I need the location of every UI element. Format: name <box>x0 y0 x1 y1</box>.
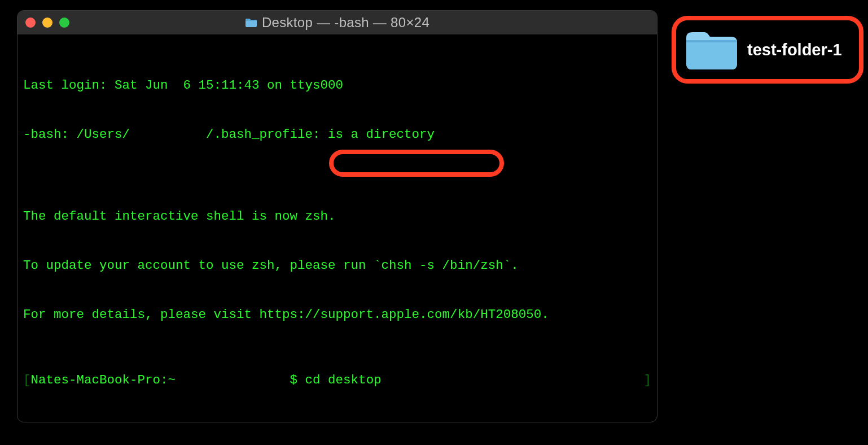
terminal-line: The default interactive shell is now zsh… <box>23 208 651 225</box>
window-title-text: Desktop — -bash — 80×24 <box>262 15 429 30</box>
terminal-window[interactable]: Desktop — -bash — 80×24 Last login: Sat … <box>17 10 657 422</box>
folder-icon <box>684 28 739 72</box>
minimize-button[interactable] <box>42 18 52 28</box>
bracket-open: [ <box>23 373 31 387</box>
window-title: Desktop — -bash — 80×24 <box>17 15 657 30</box>
terminal-line: -bash: /Users/ /.bash_profile: is a dire… <box>23 126 651 143</box>
prompt-text: Nates-MacBook-Pro:~ $ <box>31 373 305 387</box>
maximize-button[interactable] <box>59 18 69 28</box>
terminal-line: For more details, please visit https://s… <box>23 307 651 323</box>
folder-icon <box>245 18 257 28</box>
terminal-output[interactable]: Last login: Sat Jun 6 15:11:43 on ttys00… <box>17 34 657 422</box>
desktop-folder-item[interactable]: test-folder-1 <box>672 16 863 84</box>
bracket-close: ] <box>643 372 651 389</box>
command-text: cd desktop <box>305 373 382 387</box>
svg-rect-0 <box>686 40 737 42</box>
desktop-folder-label: test-folder-1 <box>747 41 842 59</box>
close-button[interactable] <box>25 18 36 28</box>
window-controls <box>25 18 69 28</box>
terminal-line: Last login: Sat Jun 6 15:11:43 on ttys00… <box>23 77 651 94</box>
window-titlebar[interactable]: Desktop — -bash — 80×24 <box>17 11 657 34</box>
terminal-line: To update your account to use zsh, pleas… <box>23 258 651 274</box>
terminal-prompt-line: [Nates-MacBook-Pro:~ $ cd desktop] <box>23 372 651 389</box>
